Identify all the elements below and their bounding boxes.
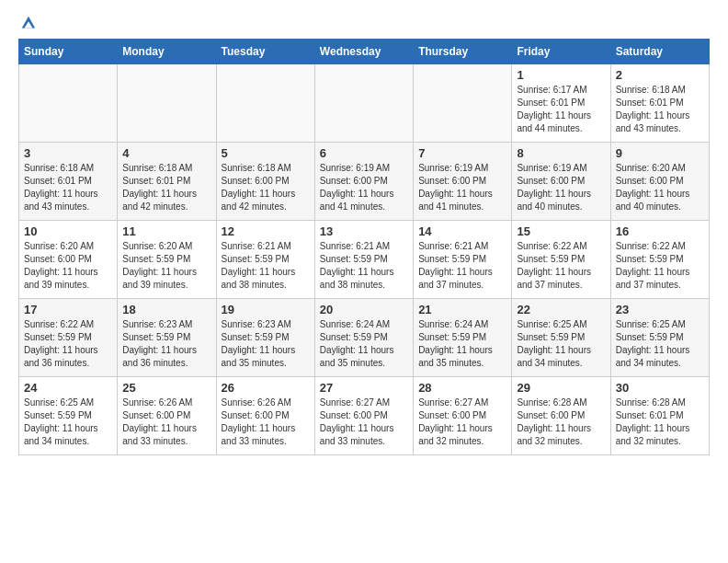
day-info: Sunrise: 6:19 AMSunset: 6:00 PMDaylight:… [418, 162, 506, 213]
day-info: Sunrise: 6:18 AMSunset: 6:01 PMDaylight:… [616, 84, 704, 135]
day-number: 25 [122, 381, 210, 395]
day-info: Sunrise: 6:25 AMSunset: 5:59 PMDaylight:… [24, 396, 112, 448]
calendar-header-thursday: Thursday [414, 40, 512, 64]
calendar-cell: 21Sunrise: 6:24 AMSunset: 5:59 PMDayligh… [414, 299, 512, 377]
day-number: 30 [616, 381, 704, 395]
calendar-week-3: 10Sunrise: 6:20 AMSunset: 6:00 PMDayligh… [19, 221, 710, 299]
day-number: 2 [616, 68, 704, 82]
calendar-header-sunday: Sunday [19, 40, 118, 64]
day-info: Sunrise: 6:22 AMSunset: 5:59 PMDaylight:… [24, 318, 112, 370]
day-number: 17 [24, 303, 112, 316]
calendar-cell: 8Sunrise: 6:19 AMSunset: 6:00 PMDaylight… [512, 143, 610, 221]
day-number: 28 [418, 381, 506, 395]
calendar-cell: 15Sunrise: 6:22 AMSunset: 5:59 PMDayligh… [512, 221, 610, 299]
calendar-cell: 9Sunrise: 6:20 AMSunset: 6:00 PMDaylight… [610, 143, 709, 221]
day-number: 19 [222, 303, 310, 316]
calendar-cell: 22Sunrise: 6:25 AMSunset: 5:59 PMDayligh… [512, 299, 610, 377]
calendar-cell: 2Sunrise: 6:18 AMSunset: 6:01 PMDaylight… [610, 64, 709, 143]
day-number: 6 [320, 146, 408, 160]
day-info: Sunrise: 6:20 AMSunset: 6:00 PMDaylight:… [24, 240, 112, 292]
day-number: 24 [24, 381, 112, 395]
day-info: Sunrise: 6:21 AMSunset: 5:59 PMDaylight:… [222, 240, 310, 292]
day-info: Sunrise: 6:17 AMSunset: 6:01 PMDaylight:… [517, 84, 605, 135]
day-number: 5 [222, 146, 310, 160]
calendar-header-wednesday: Wednesday [314, 40, 413, 64]
day-info: Sunrise: 6:19 AMSunset: 6:00 PMDaylight:… [320, 162, 408, 213]
day-number: 15 [517, 224, 605, 238]
day-info: Sunrise: 6:23 AMSunset: 5:59 PMDaylight:… [122, 318, 210, 370]
day-number: 1 [517, 68, 605, 82]
day-info: Sunrise: 6:28 AMSunset: 6:00 PMDaylight:… [517, 396, 605, 448]
logo-icon [20, 15, 37, 31]
calendar-cell: 18Sunrise: 6:23 AMSunset: 5:59 PMDayligh… [118, 299, 216, 377]
calendar-cell: 19Sunrise: 6:23 AMSunset: 5:59 PMDayligh… [216, 299, 314, 377]
calendar-cell: 20Sunrise: 6:24 AMSunset: 5:59 PMDayligh… [314, 299, 413, 377]
day-info: Sunrise: 6:25 AMSunset: 5:59 PMDaylight:… [517, 318, 605, 370]
day-number: 18 [122, 303, 210, 316]
day-number: 20 [320, 303, 408, 316]
calendar-cell: 6Sunrise: 6:19 AMSunset: 6:00 PMDaylight… [314, 143, 413, 221]
day-number: 27 [320, 381, 408, 395]
calendar-cell: 27Sunrise: 6:27 AMSunset: 6:00 PMDayligh… [314, 377, 413, 455]
day-number: 11 [122, 224, 210, 238]
day-info: Sunrise: 6:27 AMSunset: 6:00 PMDaylight:… [418, 396, 506, 448]
calendar-cell: 13Sunrise: 6:21 AMSunset: 5:59 PMDayligh… [314, 221, 413, 299]
day-number: 8 [517, 146, 605, 160]
day-number: 26 [222, 381, 310, 395]
calendar-cell: 1Sunrise: 6:17 AMSunset: 6:01 PMDaylight… [512, 64, 610, 143]
calendar-cell: 24Sunrise: 6:25 AMSunset: 5:59 PMDayligh… [19, 377, 118, 455]
day-info: Sunrise: 6:21 AMSunset: 5:59 PMDaylight:… [418, 240, 506, 292]
calendar-header-monday: Monday [118, 40, 216, 64]
calendar-week-2: 3Sunrise: 6:18 AMSunset: 6:01 PMDaylight… [19, 143, 710, 221]
day-info: Sunrise: 6:19 AMSunset: 6:00 PMDaylight:… [517, 162, 605, 213]
day-info: Sunrise: 6:18 AMSunset: 6:01 PMDaylight:… [122, 162, 210, 213]
calendar-header-saturday: Saturday [610, 40, 709, 64]
calendar-cell: 23Sunrise: 6:25 AMSunset: 5:59 PMDayligh… [610, 299, 709, 377]
day-info: Sunrise: 6:27 AMSunset: 6:00 PMDaylight:… [320, 396, 408, 448]
day-info: Sunrise: 6:20 AMSunset: 5:59 PMDaylight:… [122, 240, 210, 292]
day-info: Sunrise: 6:26 AMSunset: 6:00 PMDaylight:… [122, 396, 210, 448]
calendar-cell: 29Sunrise: 6:28 AMSunset: 6:00 PMDayligh… [512, 377, 610, 455]
calendar-cell: 5Sunrise: 6:18 AMSunset: 6:00 PMDaylight… [216, 143, 314, 221]
day-number: 13 [320, 224, 408, 238]
calendar-cell: 16Sunrise: 6:22 AMSunset: 5:59 PMDayligh… [610, 221, 709, 299]
day-number: 4 [122, 146, 210, 160]
calendar-cell: 17Sunrise: 6:22 AMSunset: 5:59 PMDayligh… [19, 299, 118, 377]
calendar-week-4: 17Sunrise: 6:22 AMSunset: 5:59 PMDayligh… [19, 299, 710, 377]
calendar-cell: 10Sunrise: 6:20 AMSunset: 6:00 PMDayligh… [19, 221, 118, 299]
day-info: Sunrise: 6:20 AMSunset: 6:00 PMDaylight:… [616, 162, 704, 213]
calendar-cell: 25Sunrise: 6:26 AMSunset: 6:00 PMDayligh… [118, 377, 216, 455]
day-info: Sunrise: 6:23 AMSunset: 5:59 PMDaylight:… [222, 318, 310, 370]
calendar-cell [19, 64, 118, 143]
calendar-cell: 11Sunrise: 6:20 AMSunset: 5:59 PMDayligh… [118, 221, 216, 299]
calendar-cell [118, 64, 216, 143]
calendar-cell: 7Sunrise: 6:19 AMSunset: 6:00 PMDaylight… [414, 143, 512, 221]
calendar-cell [414, 64, 512, 143]
day-number: 9 [616, 146, 704, 160]
calendar-cell: 12Sunrise: 6:21 AMSunset: 5:59 PMDayligh… [216, 221, 314, 299]
day-info: Sunrise: 6:24 AMSunset: 5:59 PMDaylight:… [320, 318, 408, 370]
day-number: 14 [418, 224, 506, 238]
day-info: Sunrise: 6:22 AMSunset: 5:59 PMDaylight:… [616, 240, 704, 292]
day-number: 10 [24, 224, 112, 238]
day-info: Sunrise: 6:22 AMSunset: 5:59 PMDaylight:… [517, 240, 605, 292]
day-info: Sunrise: 6:21 AMSunset: 5:59 PMDaylight:… [320, 240, 408, 292]
day-number: 3 [24, 146, 112, 160]
day-info: Sunrise: 6:26 AMSunset: 6:00 PMDaylight:… [222, 396, 310, 448]
calendar-header-tuesday: Tuesday [216, 40, 314, 64]
day-info: Sunrise: 6:24 AMSunset: 5:59 PMDaylight:… [418, 318, 506, 370]
calendar-cell: 28Sunrise: 6:27 AMSunset: 6:00 PMDayligh… [414, 377, 512, 455]
day-number: 29 [517, 381, 605, 395]
calendar-header-friday: Friday [512, 40, 610, 64]
day-number: 23 [616, 303, 704, 316]
logo [18, 18, 37, 29]
day-info: Sunrise: 6:18 AMSunset: 6:00 PMDaylight:… [222, 162, 310, 213]
calendar-table: SundayMondayTuesdayWednesdayThursdayFrid… [18, 39, 710, 455]
calendar-cell [216, 64, 314, 143]
calendar-cell: 26Sunrise: 6:26 AMSunset: 6:00 PMDayligh… [216, 377, 314, 455]
calendar-cell: 3Sunrise: 6:18 AMSunset: 6:01 PMDaylight… [19, 143, 118, 221]
day-number: 7 [418, 146, 506, 160]
day-info: Sunrise: 6:28 AMSunset: 6:01 PMDaylight:… [616, 396, 704, 448]
calendar-header-row: SundayMondayTuesdayWednesdayThursdayFrid… [19, 40, 710, 64]
calendar-week-1: 1Sunrise: 6:17 AMSunset: 6:01 PMDaylight… [19, 64, 710, 143]
